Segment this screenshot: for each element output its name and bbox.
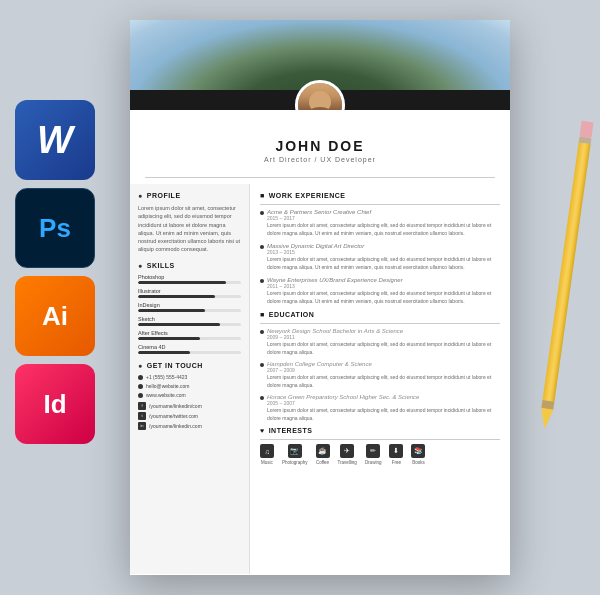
books-icon: 📚: [411, 444, 425, 458]
name-separator: [145, 177, 495, 178]
id-letter: Id: [43, 389, 66, 420]
resume-card: JOHN DOE Art Director / UX Developer ● P…: [130, 20, 510, 575]
social-twitter: t /yourname/twitter.com: [138, 412, 241, 420]
interest-free: ⬇ Free: [389, 444, 403, 465]
bullet-dot: [260, 245, 264, 249]
pencil-body: [542, 143, 590, 402]
skill-indesign: InDesign: [138, 302, 241, 312]
bullet-dot: [260, 330, 264, 334]
phone-icon: [138, 375, 143, 380]
pencil-tip: [539, 408, 554, 429]
resume-job-title: Art Director / UX Developer: [140, 156, 500, 163]
edu-desc-1: Lorem ipsum dolor sit amet, consectetur …: [267, 374, 500, 389]
facebook-icon: f: [138, 402, 146, 410]
edu-date-2: 2005 – 2007: [267, 400, 500, 406]
contact-email: hello@website.com: [138, 383, 241, 389]
edu-entry-0: Newyork Design School Bachelor in Arts &…: [260, 328, 500, 356]
skill-aftereffects: After Effects: [138, 330, 241, 340]
camera-icon: 📷: [288, 444, 302, 458]
skill-cinema4d: Cinema 4D: [138, 344, 241, 354]
profile-section-title: ● Profile: [138, 192, 241, 199]
ai-letter: Ai: [42, 301, 68, 332]
resume-body: ● Profile Lorem ipsum dolor sit amet, co…: [130, 184, 510, 574]
education-section-title: ■ Education: [260, 311, 500, 318]
interest-music: ♫ Music: [260, 444, 274, 465]
social-links: f /yourname/linkedin/com t /yourname/twi…: [138, 402, 241, 430]
skill-photoshop: Photoshop: [138, 274, 241, 284]
indesign-icon: Id: [15, 364, 95, 444]
work-desc-1: Lorem ipsum dolor sit amet, consectetur …: [267, 256, 500, 271]
free-icon: ⬇: [389, 444, 403, 458]
interest-photography: 📷 Photography: [282, 444, 308, 465]
illustrator-icon: Ai: [15, 276, 95, 356]
ms-word-icon: W: [15, 100, 95, 180]
work-date-0: 2015 – 2017: [267, 215, 500, 221]
work-section-title: ■ Work Experience: [260, 192, 500, 199]
edu-desc-2: Lorem ipsum dolor sit amet, consectetur …: [267, 407, 500, 422]
social-facebook: f /yourname/linkedin/com: [138, 402, 241, 410]
work-date-2: 2011 – 2013: [267, 283, 500, 289]
email-icon: [138, 384, 143, 389]
interests-section-title: ♥ Interests: [260, 427, 500, 434]
edu-date-0: 2009 – 2011: [267, 334, 500, 340]
work-desc-2: Lorem ipsum dolor sit amet, consectetur …: [267, 290, 500, 305]
work-entry-1: Massive Dynamic Digital Art Director 201…: [260, 243, 500, 271]
edu-divider: [260, 323, 500, 324]
edu-desc-0: Lorem ipsum dolor sit amet, consectetur …: [267, 341, 500, 356]
resume-right-column: ■ Work Experience Acme & Partners Senior…: [250, 184, 510, 574]
skill-bar-fill: [138, 323, 220, 326]
profile-text: Lorem ipsum dolor sit amet, consectetur …: [138, 204, 241, 254]
contact-section-title: ● Get In Touch: [138, 362, 241, 369]
bullet-dot: [260, 396, 264, 400]
interest-drawing: ✏ Drawing: [365, 444, 382, 465]
work-divider: [260, 204, 500, 205]
ps-letter: Ps: [39, 213, 71, 244]
contact-website: www.website.com: [138, 392, 241, 398]
skill-bar-fill: [138, 337, 200, 340]
skills-list: Photoshop Illustrator InDesign Sketch Af…: [138, 274, 241, 354]
bullet-dot: [260, 363, 264, 367]
pencil-eraser: [579, 121, 593, 139]
profile-photo: [295, 80, 345, 110]
edu-date-1: 2007 – 2009: [267, 367, 500, 373]
name-section: JOHN DOE Art Director / UX Developer: [130, 110, 510, 171]
interest-books: 📚 Books: [411, 444, 425, 465]
software-icons-panel: W Ps Ai Id: [15, 100, 95, 444]
skill-bar-fill: [138, 281, 226, 284]
skill-bar-fill: [138, 295, 215, 298]
interest-travelling: ✈ Travelling: [338, 444, 357, 465]
travel-icon: ✈: [340, 444, 354, 458]
word-letter: W: [37, 121, 73, 159]
skill-bar-fill: [138, 309, 205, 312]
skill-illustrator: Illustrator: [138, 288, 241, 298]
drawing-icon: ✏: [366, 444, 380, 458]
social-linkedin: in /yourname/linkedin.com: [138, 422, 241, 430]
work-desc-0: Lorem ipsum dolor sit amet, consectetur …: [267, 222, 500, 237]
interests-divider: [260, 439, 500, 440]
contact-phone: +1 (555) 555-4423: [138, 374, 241, 380]
skills-section-title: ● Skills: [138, 262, 241, 269]
work-entry-0: Acme & Partners Senior Creative Chief 20…: [260, 209, 500, 237]
linkedin-icon: in: [138, 422, 146, 430]
resume-header-image: [130, 20, 510, 110]
coffee-icon: ☕: [316, 444, 330, 458]
interest-coffee: ☕ Coffee: [316, 444, 330, 465]
resume-name: JOHN DOE: [140, 138, 500, 154]
resume-left-column: ● Profile Lorem ipsum dolor sit amet, co…: [130, 184, 250, 574]
website-icon: [138, 393, 143, 398]
skill-bar-fill: [138, 351, 190, 354]
pencil-decoration: [534, 121, 593, 459]
bullet-dot: [260, 279, 264, 283]
photoshop-icon: Ps: [15, 188, 95, 268]
music-icon: ♫: [260, 444, 274, 458]
edu-entry-1: Hampden College Computer & Science 2007 …: [260, 361, 500, 389]
photo-inner: [298, 83, 342, 110]
interests-list: ♫ Music 📷 Photography ☕ Coffee ✈ Travell…: [260, 444, 500, 465]
twitter-icon: t: [138, 412, 146, 420]
work-entry-2: Wayne Enterprises UX/Brand Experience De…: [260, 277, 500, 305]
edu-entry-2: Horace Green Preparatory School Higher S…: [260, 394, 500, 422]
bullet-dot: [260, 211, 264, 215]
work-date-1: 2013 – 2015: [267, 249, 500, 255]
skill-sketch: Sketch: [138, 316, 241, 326]
